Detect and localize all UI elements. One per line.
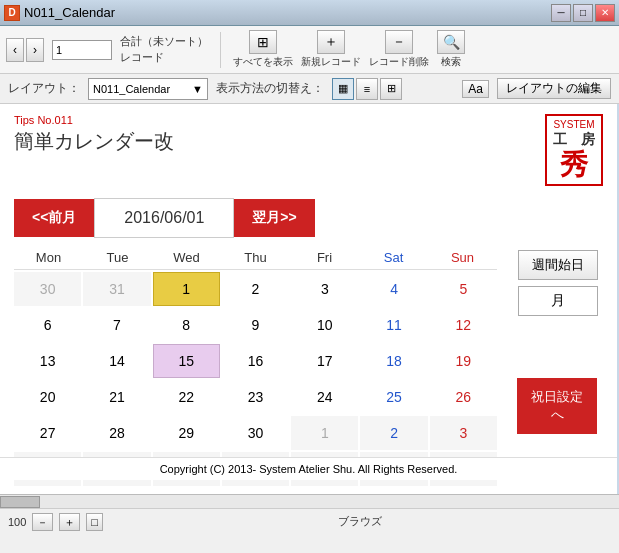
maximize-button[interactable]: □ — [573, 4, 593, 22]
title-bar: D N011_Calendar ─ □ ✕ — [0, 0, 619, 26]
search-icon: 🔍 — [437, 30, 465, 54]
nav-buttons: ‹ › — [6, 38, 44, 62]
new-record-label: 新規レコード — [301, 55, 361, 69]
brand-logo: SYSTEM 工 房 秀 — [545, 114, 603, 186]
cal-week-5: 27 28 29 30 1 2 3 — [14, 416, 497, 450]
layout-dropdown[interactable]: N011_Calendar ▼ — [88, 78, 208, 100]
cal-week-4: 20 21 22 23 24 25 26 — [14, 380, 497, 414]
cal-cell-w5-sat[interactable]: 2 — [360, 416, 427, 450]
cal-cell-w3-wed[interactable]: 15 — [153, 344, 220, 378]
calendar-header-row: Mon Tue Wed Thu Fri Sat Sun — [14, 246, 497, 270]
cal-cell-w5-tue[interactable]: 28 — [83, 416, 150, 450]
cal-cell-w4-fri[interactable]: 24 — [291, 380, 358, 414]
edit-layout-button[interactable]: レイアウトの編集 — [497, 78, 611, 99]
cal-cell-w4-tue[interactable]: 21 — [83, 380, 150, 414]
title-buttons: ─ □ ✕ — [551, 4, 615, 22]
header-tue: Tue — [83, 246, 152, 269]
dropdown-arrow-icon: ▼ — [192, 83, 203, 95]
horizontal-scrollbar[interactable] — [0, 494, 619, 508]
cal-cell-w3-mon[interactable]: 13 — [14, 344, 81, 378]
copyright-text: Copyright (C) 2013- System Atelier Shu. … — [160, 463, 458, 475]
cal-cell-w3-thu[interactable]: 16 — [222, 344, 289, 378]
aa-button[interactable]: Aa — [462, 80, 489, 98]
record-number-input[interactable] — [52, 40, 112, 60]
statusbar-browse: ブラウズ — [109, 514, 611, 529]
cal-cell-w2-sat[interactable]: 11 — [360, 308, 427, 342]
search-label: 検索 — [441, 55, 461, 69]
record-info: 合計（未ソート） レコード — [120, 34, 208, 65]
view-form-button[interactable]: ▦ — [332, 78, 354, 100]
cal-cell-w5-sun[interactable]: 3 — [430, 416, 497, 450]
cal-cell-w2-tue[interactable]: 7 — [83, 308, 150, 342]
zoom-small-button[interactable]: □ — [86, 513, 103, 531]
minimize-button[interactable]: ─ — [551, 4, 571, 22]
cal-week-1: 30 31 1 2 3 4 5 — [14, 272, 497, 306]
close-button[interactable]: ✕ — [595, 4, 615, 22]
tips-area: Tips No.011 簡単カレンダー改 — [14, 114, 174, 155]
next-month-button[interactable]: 翌月>> — [234, 199, 314, 237]
cal-cell-w3-fri[interactable]: 17 — [291, 344, 358, 378]
cal-cell-w1-mon[interactable]: 30 — [14, 272, 81, 306]
brand-hide: 秀 — [553, 148, 595, 182]
cal-cell-w1-sun[interactable]: 5 — [430, 272, 497, 306]
cal-cell-w1-tue[interactable]: 31 — [83, 272, 150, 306]
cal-week-2: 6 7 8 9 10 11 12 — [14, 308, 497, 342]
cal-cell-w4-sat[interactable]: 25 — [360, 380, 427, 414]
cal-cell-w5-thu[interactable]: 30 — [222, 416, 289, 450]
cal-cell-w1-fri[interactable]: 3 — [291, 272, 358, 306]
main-title: 簡単カレンダー改 — [14, 128, 174, 155]
cal-cell-w5-mon[interactable]: 27 — [14, 416, 81, 450]
cal-cell-w2-mon[interactable]: 6 — [14, 308, 81, 342]
header-sat: Sat — [359, 246, 428, 269]
cal-cell-w4-mon[interactable]: 20 — [14, 380, 81, 414]
delete-record-action[interactable]: － レコード削除 — [369, 30, 429, 69]
new-record-icon: ＋ — [317, 30, 345, 54]
cal-cell-w1-thu[interactable]: 2 — [222, 272, 289, 306]
show-all-action[interactable]: ⊞ すべてを表示 — [233, 30, 293, 69]
current-date-display: 2016/06/01 — [94, 198, 234, 238]
zoom-divider-button[interactable]: ＋ — [59, 513, 80, 531]
status-bar: 100 － ＋ □ ブラウズ — [0, 508, 619, 534]
next-record-button[interactable]: › — [26, 38, 44, 62]
layout-bar: レイアウト： N011_Calendar ▼ 表示方法の切替え： ▦ ≡ ⊞ A… — [0, 74, 619, 104]
view-table-button[interactable]: ⊞ — [380, 78, 402, 100]
cal-cell-w3-sat[interactable]: 18 — [360, 344, 427, 378]
cal-cell-w3-sun[interactable]: 19 — [430, 344, 497, 378]
prev-month-button[interactable]: <<前月 — [14, 199, 94, 237]
holiday-settings-button[interactable]: 祝日設定へ — [517, 378, 597, 434]
cal-cell-w2-wed[interactable]: 8 — [153, 308, 220, 342]
week-start-button[interactable]: 週間始日 — [518, 250, 598, 280]
cal-cell-w3-tue[interactable]: 14 — [83, 344, 150, 378]
delete-record-label: レコード削除 — [369, 55, 429, 69]
cal-cell-w5-fri[interactable]: 1 — [291, 416, 358, 450]
header-sun: Sun — [428, 246, 497, 269]
cal-cell-w2-sun[interactable]: 12 — [430, 308, 497, 342]
zoom-minus-button[interactable]: － — [32, 513, 53, 531]
app-icon: D — [4, 5, 20, 21]
main-content: Tips No.011 簡単カレンダー改 SYSTEM 工 房 秀 <<前月 2… — [0, 104, 619, 494]
cal-cell-w5-wed[interactable]: 29 — [153, 416, 220, 450]
calendar-area: Mon Tue Wed Thu Fri Sat Sun 30 31 1 2 3 … — [14, 246, 603, 488]
brand-header: Tips No.011 簡単カレンダー改 SYSTEM 工 房 秀 — [14, 114, 603, 186]
header-wed: Wed — [152, 246, 221, 269]
show-all-label: すべてを表示 — [233, 55, 293, 69]
cal-cell-w1-wed[interactable]: 1 — [153, 272, 220, 306]
new-record-action[interactable]: ＋ 新規レコード — [301, 30, 361, 69]
prev-record-button[interactable]: ‹ — [6, 38, 24, 62]
scrollbar-thumb[interactable] — [0, 496, 40, 508]
divider-1 — [220, 32, 221, 68]
cal-cell-w1-sat[interactable]: 4 — [360, 272, 427, 306]
cal-cell-w2-fri[interactable]: 10 — [291, 308, 358, 342]
cal-week-3: 13 14 15 16 17 18 19 — [14, 344, 497, 378]
view-switch-label: 表示方法の切替え： — [216, 80, 324, 97]
copyright-bar: Copyright (C) 2013- System Atelier Shu. … — [0, 457, 617, 480]
brand-system: SYSTEM — [553, 119, 595, 131]
cal-cell-w4-wed[interactable]: 22 — [153, 380, 220, 414]
cal-cell-w4-thu[interactable]: 23 — [222, 380, 289, 414]
calendar-grid: Mon Tue Wed Thu Fri Sat Sun 30 31 1 2 3 … — [14, 246, 497, 488]
cal-cell-w4-sun[interactable]: 26 — [430, 380, 497, 414]
tips-text: Tips No.011 — [14, 114, 174, 126]
cal-cell-w2-thu[interactable]: 9 — [222, 308, 289, 342]
search-action[interactable]: 🔍 検索 — [437, 30, 465, 69]
view-list-button[interactable]: ≡ — [356, 78, 378, 100]
